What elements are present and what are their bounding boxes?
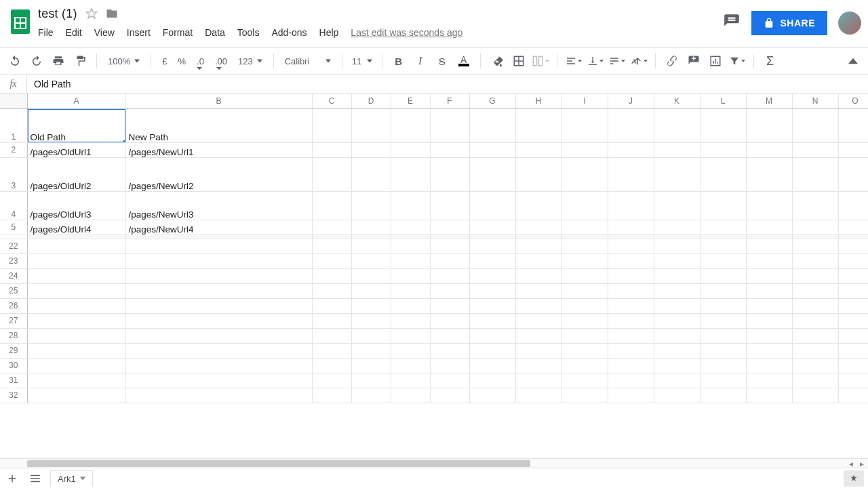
row-header[interactable]: 25 bbox=[0, 283, 27, 298]
column-header-L[interactable]: L bbox=[700, 94, 746, 108]
currency-button[interactable]: £ bbox=[158, 52, 171, 70]
cell[interactable] bbox=[351, 388, 391, 403]
cell[interactable] bbox=[792, 191, 838, 220]
comments-icon[interactable] bbox=[723, 13, 741, 33]
redo-button[interactable] bbox=[27, 52, 46, 70]
collapse-toolbar-button[interactable] bbox=[844, 52, 863, 70]
cell[interactable] bbox=[838, 373, 868, 388]
cell[interactable] bbox=[430, 220, 469, 235]
cell[interactable] bbox=[608, 220, 654, 235]
cell[interactable] bbox=[312, 142, 351, 157]
cell[interactable] bbox=[746, 157, 792, 191]
scrollbar-thumb[interactable] bbox=[27, 460, 530, 467]
cell[interactable] bbox=[430, 343, 469, 358]
cell[interactable] bbox=[469, 343, 515, 358]
cell[interactable] bbox=[469, 298, 515, 313]
cell[interactable] bbox=[700, 108, 746, 142]
cell[interactable] bbox=[792, 142, 838, 157]
cell[interactable] bbox=[792, 358, 838, 373]
cell[interactable] bbox=[608, 298, 654, 313]
cell[interactable] bbox=[746, 328, 792, 343]
cell[interactable] bbox=[746, 239, 792, 253]
cell[interactable] bbox=[700, 373, 746, 388]
cell[interactable] bbox=[515, 157, 561, 191]
cell[interactable] bbox=[312, 253, 351, 268]
cell[interactable] bbox=[654, 220, 700, 235]
column-header-B[interactable]: B bbox=[125, 94, 312, 108]
more-formats-dropdown[interactable]: 123 bbox=[234, 52, 267, 70]
cell[interactable] bbox=[608, 283, 654, 298]
cell[interactable] bbox=[746, 373, 792, 388]
column-header-O[interactable]: O bbox=[838, 94, 868, 108]
horizontal-align-button[interactable] bbox=[564, 52, 583, 70]
cell[interactable] bbox=[746, 388, 792, 403]
cell[interactable] bbox=[312, 220, 351, 235]
cell[interactable] bbox=[351, 343, 391, 358]
cell[interactable] bbox=[792, 220, 838, 235]
percent-button[interactable]: % bbox=[174, 52, 190, 70]
cell[interactable] bbox=[838, 253, 868, 268]
star-icon[interactable] bbox=[85, 7, 98, 20]
cell[interactable] bbox=[125, 283, 312, 298]
cell[interactable] bbox=[27, 268, 125, 283]
cell[interactable] bbox=[561, 253, 608, 268]
text-rotation-button[interactable] bbox=[629, 52, 648, 70]
cell[interactable] bbox=[792, 298, 838, 313]
cell[interactable]: /pages/NewUrl1 bbox=[125, 142, 312, 157]
column-header-C[interactable]: C bbox=[312, 94, 351, 108]
cell[interactable] bbox=[561, 358, 608, 373]
cell[interactable] bbox=[469, 358, 515, 373]
cell[interactable] bbox=[391, 358, 430, 373]
column-header-E[interactable]: E bbox=[391, 94, 430, 108]
column-header-N[interactable]: N bbox=[792, 94, 838, 108]
cell[interactable] bbox=[515, 220, 561, 235]
cell[interactable] bbox=[312, 283, 351, 298]
row-header[interactable]: 30 bbox=[0, 358, 27, 373]
cell[interactable] bbox=[125, 313, 312, 328]
cell[interactable] bbox=[125, 358, 312, 373]
menu-help[interactable]: Help bbox=[319, 27, 339, 38]
cell[interactable] bbox=[746, 268, 792, 283]
cell[interactable] bbox=[515, 283, 561, 298]
cell[interactable] bbox=[391, 142, 430, 157]
row-header[interactable]: 2 bbox=[0, 142, 27, 157]
cell[interactable] bbox=[654, 191, 700, 220]
menu-insert[interactable]: Insert bbox=[127, 27, 151, 38]
cell[interactable] bbox=[312, 388, 351, 403]
cell[interactable] bbox=[391, 239, 430, 253]
cell[interactable] bbox=[608, 108, 654, 142]
cell[interactable] bbox=[27, 298, 125, 313]
cell[interactable] bbox=[792, 373, 838, 388]
row-header[interactable]: 29 bbox=[0, 343, 27, 358]
cell[interactable] bbox=[351, 191, 391, 220]
insert-link-button[interactable] bbox=[663, 52, 682, 70]
cell[interactable] bbox=[561, 343, 608, 358]
cell[interactable] bbox=[700, 220, 746, 235]
font-size-dropdown[interactable]: 11 bbox=[349, 52, 375, 70]
cell[interactable] bbox=[608, 313, 654, 328]
cell[interactable] bbox=[792, 283, 838, 298]
cell[interactable] bbox=[792, 253, 838, 268]
strikethrough-button[interactable]: S bbox=[433, 52, 452, 70]
cell[interactable]: /pages/OldUrl2 bbox=[27, 157, 125, 191]
all-sheets-button[interactable] bbox=[27, 470, 43, 487]
cell[interactable] bbox=[700, 328, 746, 343]
cell[interactable] bbox=[469, 108, 515, 142]
cell[interactable] bbox=[391, 388, 430, 403]
cell[interactable] bbox=[469, 157, 515, 191]
cell[interactable] bbox=[700, 343, 746, 358]
add-sheet-button[interactable] bbox=[4, 470, 20, 487]
cell[interactable] bbox=[654, 108, 700, 142]
cell[interactable] bbox=[838, 328, 868, 343]
cell[interactable] bbox=[312, 298, 351, 313]
cell[interactable] bbox=[391, 108, 430, 142]
cell[interactable] bbox=[792, 268, 838, 283]
cell[interactable]: /pages/OldUrl1 bbox=[27, 142, 125, 157]
cell[interactable] bbox=[391, 283, 430, 298]
cell[interactable] bbox=[608, 358, 654, 373]
cell[interactable] bbox=[125, 253, 312, 268]
cell[interactable]: /pages/NewUrl4 bbox=[125, 220, 312, 235]
cell[interactable] bbox=[351, 283, 391, 298]
cell[interactable] bbox=[125, 373, 312, 388]
cell[interactable] bbox=[608, 142, 654, 157]
